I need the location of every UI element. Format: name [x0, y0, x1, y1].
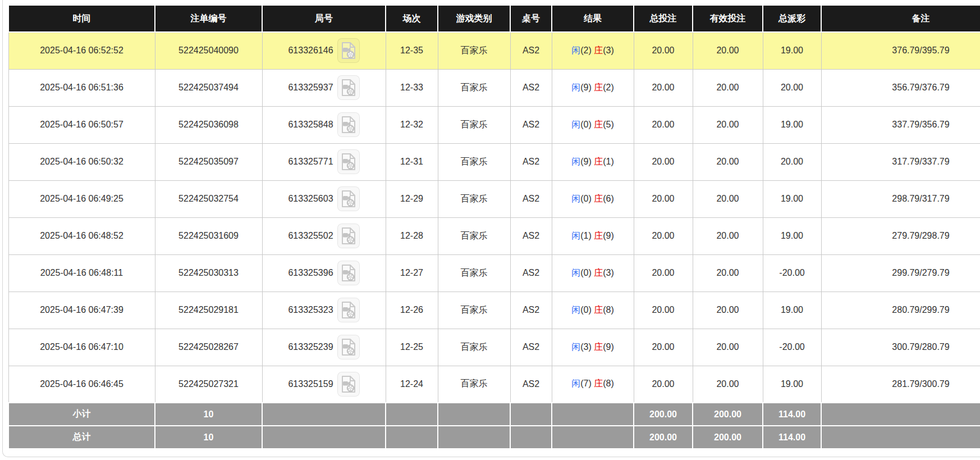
bet-records-table: 时间 注单编号 局号 场次 游戏类别 桌号 结果 总投注 有效投注 总派彩 备注… [8, 4, 980, 449]
cell-round: 613326146 [262, 32, 386, 69]
cell-result: 闲(2) 庄(3) [552, 32, 634, 69]
grand-total-payout: 114.00 [763, 426, 821, 449]
round-number: 613325603 [288, 194, 333, 204]
player-label: 闲 [571, 83, 580, 92]
player-score: (7) [580, 379, 592, 388]
banker-label: 庄 [594, 231, 603, 240]
cell-bet-id: 522425037494 [155, 69, 262, 106]
video-replay-button[interactable] [337, 186, 360, 211]
cell-total-bet[interactable]: 20.00 [634, 106, 693, 143]
cell-total-payout: 19.00 [763, 180, 821, 217]
video-record-file-icon [341, 302, 356, 318]
player-label: 闲 [571, 45, 580, 55]
video-replay-button[interactable] [337, 261, 360, 285]
player-score: (2) [580, 45, 592, 55]
records-panel: 时间 注单编号 局号 场次 游戏类别 桌号 结果 总投注 有效投注 总派彩 备注… [2, 0, 980, 457]
player-score: (9) [580, 157, 592, 166]
cell-session: 12-32 [386, 106, 438, 143]
cell-table-no: AS2 [510, 254, 552, 292]
cell-table-no: AS2 [510, 69, 552, 106]
video-record-file-icon [341, 190, 356, 207]
video-replay-button[interactable] [337, 224, 360, 248]
banker-label: 庄 [594, 379, 603, 388]
cell-bet-id: 522425036098 [155, 106, 262, 143]
cell-remark: 356.79/376.79 [821, 69, 980, 106]
round-number: 613325239 [288, 342, 333, 352]
cell-valid-bet: 20.00 [693, 106, 763, 143]
round-number: 613325848 [288, 120, 333, 130]
cell-result: 闲(0) 庄(6) [552, 180, 634, 217]
cell-game-type: 百家乐 [438, 106, 510, 143]
table-row: 2025-04-16 06:50:32 522425035097 6133257… [8, 143, 980, 180]
video-replay-button[interactable] [337, 75, 360, 100]
cell-valid-bet: 20.00 [693, 32, 763, 69]
player-score: (3) [580, 342, 592, 352]
video-replay-button[interactable] [337, 335, 360, 359]
cell-result: 闲(0) 庄(8) [552, 292, 634, 329]
cell-total-payout: 19.00 [763, 366, 821, 403]
col-header-total-bet: 总投注 [634, 5, 693, 32]
cell-valid-bet: 20.00 [693, 180, 763, 217]
cell-total-bet[interactable]: 20.00 [634, 254, 693, 292]
cell-remark: 281.79/300.79 [821, 366, 980, 403]
cell-time: 2025-04-16 06:46:45 [8, 366, 155, 403]
banker-score: (8) [603, 305, 614, 315]
grand-total-empty-cell [262, 426, 386, 449]
table-row: 2025-04-16 06:51:36 522425037494 6133259… [8, 69, 980, 106]
banker-label: 庄 [594, 342, 603, 352]
cell-valid-bet: 20.00 [693, 329, 763, 366]
cell-result: 闲(1) 庄(9) [552, 217, 634, 254]
cell-bet-id: 522425032754 [155, 180, 262, 217]
round-number: 613325771 [288, 157, 333, 167]
player-score: (9) [580, 83, 592, 92]
cell-total-bet[interactable]: 20.00 [634, 69, 693, 106]
cell-time: 2025-04-16 06:48:52 [8, 217, 155, 254]
cell-round: 613325771 [262, 143, 386, 180]
subtotal-count: 10 [155, 403, 262, 426]
cell-table-no: AS2 [510, 180, 552, 217]
grand-total-empty-cell [821, 426, 980, 449]
cell-session: 12-24 [386, 366, 438, 403]
cell-total-bet[interactable]: 20.00 [634, 143, 693, 180]
round-number: 613325323 [288, 305, 333, 315]
banker-score: (9) [603, 231, 614, 240]
subtotal-empty-cell [552, 403, 634, 426]
video-replay-button[interactable] [337, 372, 360, 397]
banker-score: (8) [603, 379, 614, 388]
cell-session: 12-35 [386, 32, 438, 69]
cell-total-bet[interactable]: 20.00 [634, 329, 693, 366]
cell-result: 闲(7) 庄(8) [552, 366, 634, 403]
player-label: 闲 [571, 379, 580, 388]
grand-total-empty-cell [386, 426, 438, 449]
cell-table-no: AS2 [510, 366, 552, 403]
round-number: 613325159 [288, 379, 333, 389]
cell-total-bet[interactable]: 20.00 [634, 292, 693, 329]
cell-time: 2025-04-16 06:47:39 [8, 292, 155, 329]
cell-round: 613325502 [262, 217, 386, 254]
video-replay-button[interactable] [337, 112, 360, 137]
grand-total-label: 总计 [8, 426, 155, 449]
cell-session: 12-27 [386, 254, 438, 292]
video-replay-button[interactable] [337, 38, 360, 63]
cell-table-no: AS2 [510, 292, 552, 329]
cell-total-bet[interactable]: 20.00 [634, 32, 693, 69]
banker-label: 庄 [594, 120, 603, 129]
cell-total-bet[interactable]: 20.00 [634, 217, 693, 254]
banker-label: 庄 [594, 194, 603, 203]
table-row: 2025-04-16 06:47:10 522425028267 6133252… [8, 329, 980, 366]
player-label: 闲 [571, 231, 580, 240]
cell-total-bet[interactable]: 20.00 [634, 180, 693, 217]
cell-round: 613325603 [262, 180, 386, 217]
cell-session: 12-28 [386, 217, 438, 254]
player-label: 闲 [571, 268, 580, 277]
round-number: 613326146 [288, 45, 333, 56]
video-record-file-icon [341, 265, 356, 281]
cell-game-type: 百家乐 [438, 329, 510, 366]
banker-label: 庄 [594, 83, 603, 92]
subtotal-empty-cell [510, 403, 552, 426]
video-replay-button[interactable] [337, 298, 360, 322]
cell-session: 12-33 [386, 69, 438, 106]
cell-total-bet[interactable]: 20.00 [634, 366, 693, 403]
cell-valid-bet: 20.00 [693, 254, 763, 292]
video-replay-button[interactable] [337, 149, 360, 174]
